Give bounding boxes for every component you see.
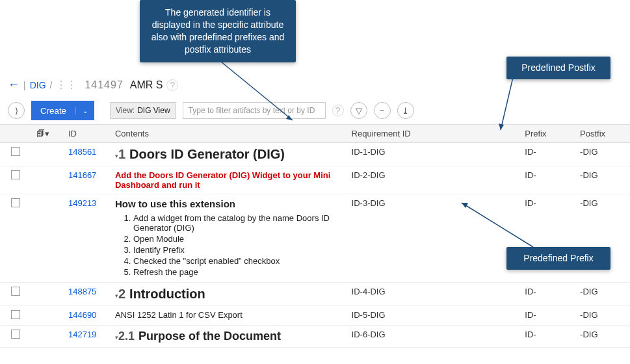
separator: / xyxy=(50,80,53,90)
cell-postfix: -DIG xyxy=(575,326,630,348)
collapse-icon[interactable]: ▾ xyxy=(115,334,118,341)
cell-requirement-id: ID-2-DIG xyxy=(347,166,520,194)
expand-sidebar-icon[interactable]: ⟩ xyxy=(8,102,25,119)
cell-requirement-id: ID-4-DIG xyxy=(347,283,520,306)
cell-requirement-id: ID-3-DIG xyxy=(347,194,520,283)
cell-requirement-id: ID-1-DIG xyxy=(347,143,520,166)
cell-prefix: ID- xyxy=(519,143,575,166)
callout-prefix: Predefined Prefix xyxy=(506,247,610,270)
cell-contents: ▾2.1Purpose of the Document xyxy=(110,326,347,348)
cell-prefix: ID- xyxy=(519,166,575,194)
row-checkbox[interactable] xyxy=(11,147,20,156)
cell-contents: ANSI 1252 Latin 1 for CSV Export xyxy=(110,306,347,326)
list-item: Open Module xyxy=(133,234,341,244)
col-checkbox xyxy=(0,125,31,143)
warning-text: Add the Doors ID Generator (DIG) Widget … xyxy=(115,170,341,190)
artifact-id-link[interactable]: 144690 xyxy=(68,310,96,320)
create-button[interactable]: Create ⌄ xyxy=(31,101,94,120)
module-icon: ⋮⋮ xyxy=(56,79,77,91)
cell-prefix: ID- xyxy=(519,326,575,348)
filter-funnel-icon[interactable]: ▽ xyxy=(350,102,367,119)
cell-postfix: -DIG xyxy=(575,306,630,326)
row-checkbox[interactable] xyxy=(11,198,20,207)
table-row[interactable]: 142719▾2.1Purpose of the DocumentID-6-DI… xyxy=(0,326,630,348)
filter-placeholder: Type to filter artifacts by text or by I… xyxy=(189,106,315,115)
help-icon[interactable]: ? xyxy=(166,79,178,91)
list-item: Refresh the page xyxy=(133,267,341,277)
row-checkbox[interactable] xyxy=(11,310,20,319)
steps-list: Add a widget from the catalog by the nam… xyxy=(133,213,341,277)
cell-requirement-id: ID-6-DIG xyxy=(347,326,520,348)
filter-input[interactable]: Type to filter artifacts by text or by I… xyxy=(183,102,326,119)
subheading: How to use this extension xyxy=(115,198,341,209)
save-view-icon[interactable]: ⤓ xyxy=(397,102,414,119)
back-arrow-icon[interactable]: ← xyxy=(8,78,20,92)
collapse-icon[interactable]: ▾ xyxy=(115,292,118,299)
col-requirement-id[interactable]: Requirement ID xyxy=(347,125,520,143)
list-item: Identify Prefix xyxy=(133,245,341,255)
view-name: DIG View xyxy=(137,106,170,115)
chevron-down-icon[interactable]: ⌄ xyxy=(75,107,94,114)
table-row[interactable]: 148561▾1Doors ID Generator (DIG)ID-1-DIG… xyxy=(0,143,630,166)
table-header: 🗐▾ ID Contents Requirement ID Prefix Pos… xyxy=(0,125,630,143)
list-item: Checked the "script enabled" checkbox xyxy=(133,256,341,266)
body-text: ANSI 1252 Latin 1 for CSV Export xyxy=(115,310,341,320)
toolbar: ⟩ Create ⌄ View: DIG View Type to filter… xyxy=(0,97,630,124)
row-checkbox[interactable] xyxy=(11,170,20,179)
collapse-icon[interactable]: ▾ xyxy=(115,153,118,159)
col-actions-icon[interactable]: 🗐▾ xyxy=(31,125,62,143)
artifact-title: AMR S xyxy=(130,79,163,91)
cell-contents: Add the Doors ID Generator (DIG) Widget … xyxy=(110,166,347,194)
artifact-id: 141497 xyxy=(85,79,123,91)
artifact-id-link[interactable]: 148875 xyxy=(68,287,96,296)
row-checkbox[interactable] xyxy=(11,287,20,296)
table-row[interactable]: 141667Add the Doors ID Generator (DIG) W… xyxy=(0,166,630,194)
row-checkbox[interactable] xyxy=(11,330,20,339)
view-selector[interactable]: View: DIG View xyxy=(110,102,176,119)
table-row[interactable]: 144690ANSI 1252 Latin 1 for CSV ExportID… xyxy=(0,306,630,326)
cell-prefix: ID- xyxy=(519,306,575,326)
cell-postfix: -DIG xyxy=(575,166,630,194)
callout-identifier-explanation: The generated identifier is displayed in… xyxy=(140,0,296,62)
cell-contents: ▾2Introduction xyxy=(110,283,347,306)
callout-postfix: Predefined Postfix xyxy=(506,57,610,79)
artifact-id-link[interactable]: 142719 xyxy=(68,330,96,339)
view-label: View: xyxy=(116,106,135,115)
cell-postfix: -DIG xyxy=(575,143,630,166)
cell-requirement-id: ID-5-DIG xyxy=(347,306,520,326)
artifact-id-link[interactable]: 149213 xyxy=(68,198,96,208)
col-prefix[interactable]: Prefix xyxy=(519,125,575,143)
separator: | xyxy=(23,80,26,90)
cell-contents: ▾1Doors ID Generator (DIG) xyxy=(110,143,347,166)
clear-filter-icon[interactable]: − xyxy=(374,102,391,119)
artifact-table: 🗐▾ ID Contents Requirement ID Prefix Pos… xyxy=(0,124,630,348)
col-postfix[interactable]: Postfix xyxy=(575,125,630,143)
help-icon[interactable]: ? xyxy=(332,105,344,116)
col-id[interactable]: ID xyxy=(63,125,110,143)
table-row[interactable]: 148875▾2IntroductionID-4-DIGID--DIG xyxy=(0,283,630,306)
list-item: Add a widget from the catalog by the nam… xyxy=(133,213,341,233)
col-contents[interactable]: Contents xyxy=(110,125,347,143)
cell-prefix: ID- xyxy=(519,283,575,306)
artifact-id-link[interactable]: 141667 xyxy=(68,170,96,180)
cell-contents: How to use this extensionAdd a widget fr… xyxy=(110,194,347,283)
breadcrumb-root[interactable]: DIG xyxy=(30,80,46,90)
artifact-id-link[interactable]: 148561 xyxy=(68,147,96,157)
create-button-label: Create xyxy=(31,106,75,116)
cell-postfix: -DIG xyxy=(575,283,630,306)
